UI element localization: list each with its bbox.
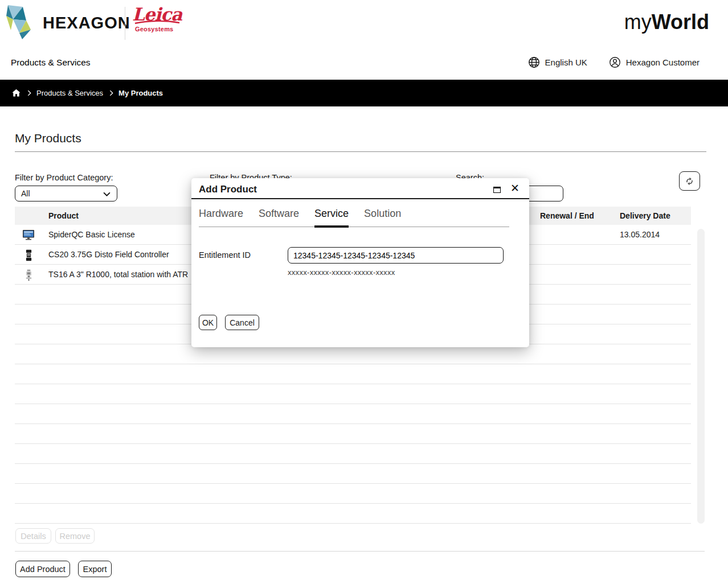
logo-divider	[125, 7, 125, 40]
nav-products-services[interactable]: Products & Services	[11, 57, 91, 68]
category-select-value: All	[21, 189, 30, 198]
language-label: English UK	[545, 57, 587, 67]
chevron-right-icon	[27, 90, 31, 96]
table-row-empty	[15, 464, 691, 484]
product-name: TS16 A 3" R1000, total station with ATR	[48, 270, 188, 279]
tab-service[interactable]: Service	[314, 208, 349, 227]
table-row-empty	[15, 504, 691, 524]
table-row-empty	[15, 364, 691, 384]
refresh-button[interactable]	[679, 171, 700, 191]
app-title: myWorld	[624, 10, 709, 34]
details-button[interactable]: Details	[15, 528, 51, 544]
refresh-icon	[685, 176, 694, 186]
table-row-empty	[15, 424, 691, 444]
bottom-divider	[15, 551, 705, 552]
add-product-dialog: Add Product ✕ HardwareSoftwareServiceSol…	[191, 178, 529, 347]
controller-product-icon	[22, 249, 35, 261]
app-title-my: my	[624, 10, 652, 34]
chevron-right-icon	[109, 90, 113, 96]
delivery-date: 13.05.2014	[620, 230, 660, 239]
column-header-delivery[interactable]: Delivery Date	[620, 211, 670, 220]
remove-button[interactable]: Remove	[55, 528, 95, 544]
language-selector[interactable]: English UK	[528, 56, 587, 68]
tab-solution[interactable]: Solution	[364, 208, 401, 227]
entitlement-id-label: Entitlement ID	[199, 250, 251, 260]
table-row-empty	[15, 344, 691, 364]
maximize-icon[interactable]	[493, 187, 501, 193]
hexagon-brand-text: HEXAGON	[43, 14, 130, 32]
close-icon[interactable]: ✕	[510, 182, 520, 195]
cancel-button[interactable]: Cancel	[225, 315, 259, 330]
category-select[interactable]: All	[15, 186, 117, 201]
dialog-title: Add Product	[199, 184, 257, 195]
category-filter-label: Filter by Product Category:	[15, 173, 113, 182]
title-divider	[15, 151, 706, 152]
total-station-product-icon	[22, 269, 35, 281]
dialog-title-rule	[191, 198, 529, 199]
column-header-renewal[interactable]: Renewal / End	[540, 211, 594, 220]
user-icon	[609, 56, 621, 68]
dialog-tabs: HardwareSoftwareServiceSolution	[199, 208, 509, 227]
monitor-product-icon	[22, 229, 35, 241]
ok-button[interactable]: OK	[199, 315, 217, 330]
table-row-empty	[15, 444, 691, 464]
breadcrumb-my-products[interactable]: My Products	[118, 89, 163, 97]
product-name: CS20 3.75G Disto Field Controller	[48, 250, 169, 259]
tab-software[interactable]: Software	[259, 208, 299, 227]
entitlement-id-hint: xxxxx-xxxxx-xxxxx-xxxxx-xxxxx	[288, 268, 395, 277]
user-menu[interactable]: Hexagon Customer	[609, 56, 700, 68]
table-scrollbar[interactable]	[697, 229, 705, 524]
app-title-world: World	[652, 10, 709, 34]
breadcrumb-products-services[interactable]: Products & Services	[36, 89, 103, 97]
globe-icon	[528, 56, 540, 68]
page-title: My Products	[15, 131, 81, 145]
entitlement-id-input[interactable]	[288, 247, 504, 264]
add-product-button[interactable]: Add Product	[15, 561, 70, 577]
export-button[interactable]: Export	[78, 561, 112, 577]
myworld-page: HEXAGON Leica Geosystems myWorld Product…	[0, 0, 728, 584]
user-label: Hexagon Customer	[626, 57, 700, 67]
table-row-empty	[15, 404, 691, 424]
breadcrumb: Products & Services My Products	[0, 80, 728, 106]
chevron-down-icon	[103, 192, 111, 196]
table-row-empty	[15, 384, 691, 404]
topnav-right: English UK Hexagon Customer	[528, 56, 700, 68]
leica-logo: Leica Geosystems	[132, 5, 185, 32]
tab-hardware[interactable]: Hardware	[199, 208, 243, 227]
hexagon-logo-icon	[6, 5, 39, 40]
column-header-product[interactable]: Product	[48, 211, 79, 220]
product-name: SpiderQC Basic License	[48, 230, 135, 239]
home-icon[interactable]	[11, 88, 21, 98]
leica-geosystems-text: Geosystems	[135, 26, 185, 32]
table-row-empty	[15, 484, 691, 504]
